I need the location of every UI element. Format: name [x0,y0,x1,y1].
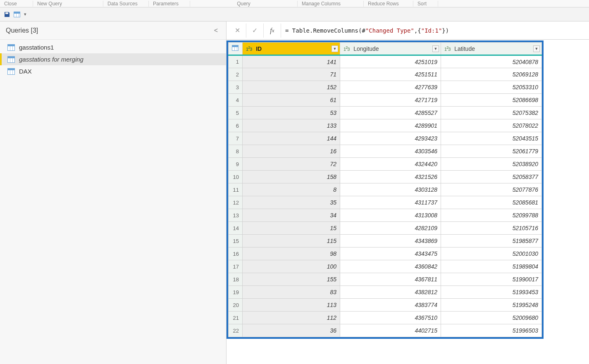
cell-longitude[interactable]: 4313008 [340,209,441,222]
cell-longitude[interactable]: 4293423 [340,132,441,145]
table-row[interactable]: 21112436751052009680 [229,312,542,324]
cell-longitude[interactable]: 4402715 [340,324,441,337]
row-number[interactable]: 1 [229,55,243,68]
cell-latitude[interactable]: 52086698 [441,94,542,107]
table-row[interactable]: 1235431173752085681 [229,196,542,209]
cell-latitude[interactable]: 52077876 [441,183,542,196]
cell-latitude[interactable]: 52075382 [441,107,542,119]
cell-longitude[interactable]: 4289901 [340,119,441,132]
row-number[interactable]: 19 [229,286,243,299]
query-item[interactable]: gasstations for merging [0,53,226,65]
row-number[interactable]: 10 [229,171,243,183]
cell-id[interactable]: 152 [243,81,340,94]
cell-latitude[interactable]: 51993453 [441,286,542,299]
row-number[interactable]: 17 [229,260,243,273]
row-number[interactable]: 2 [229,68,243,81]
cell-id[interactable]: 144 [243,132,340,145]
cell-id[interactable]: 71 [243,68,340,81]
column-filter-icon[interactable]: ▼ [331,45,338,52]
cell-longitude[interactable]: 4303546 [340,145,441,158]
row-number[interactable]: 20 [229,299,243,312]
table-row[interactable]: 10158432152652058377 [229,171,542,183]
cell-id[interactable]: 36 [243,324,340,337]
table-row[interactable]: 17100436084251989804 [229,260,542,273]
cell-id[interactable]: 98 [243,247,340,260]
cell-latitude[interactable]: 52009680 [441,312,542,324]
row-number[interactable]: 18 [229,273,243,286]
table-row[interactable]: 1334431300852099788 [229,209,542,222]
data-grid[interactable]: 123 ID▼123 Longitude▼123 Latitude▼ 11414… [228,42,542,337]
grid-icon[interactable] [13,11,21,18]
cell-longitude[interactable]: 4251019 [340,55,441,68]
table-row[interactable]: 18155436781151990017 [229,273,542,286]
row-number[interactable]: 7 [229,132,243,145]
row-number[interactable]: 9 [229,158,243,171]
table-row[interactable]: 553428552752075382 [229,107,542,119]
column-filter-icon[interactable]: ▼ [432,45,439,52]
cell-id[interactable]: 83 [243,286,340,299]
cell-id[interactable]: 15 [243,222,340,235]
cell-longitude[interactable]: 4251511 [340,68,441,81]
cell-latitude[interactable]: 51990017 [441,273,542,286]
column-header[interactable]: 123 ID▼ [243,43,340,55]
cell-id[interactable]: 158 [243,171,340,183]
cell-latitude[interactable]: 52085681 [441,196,542,209]
grid-corner[interactable] [229,43,243,55]
cell-latitude[interactable]: 52053310 [441,81,542,94]
cell-id[interactable]: 34 [243,209,340,222]
cell-longitude[interactable]: 4311737 [340,196,441,209]
table-row[interactable]: 1415428210952105716 [229,222,542,235]
commit-formula-icon[interactable]: ✓ [246,24,264,38]
row-number[interactable]: 8 [229,145,243,158]
cell-latitude[interactable]: 52105716 [441,222,542,235]
cell-id[interactable]: 72 [243,158,340,171]
row-number[interactable]: 4 [229,94,243,107]
row-number[interactable]: 11 [229,183,243,196]
table-row[interactable]: 15115434386951985877 [229,235,542,247]
row-number[interactable]: 15 [229,235,243,247]
cell-id[interactable]: 115 [243,235,340,247]
cell-id[interactable]: 35 [243,196,340,209]
cell-longitude[interactable]: 4343869 [340,235,441,247]
table-row[interactable]: 1698434347552001030 [229,247,542,260]
table-row[interactable]: 1141425101952040878 [229,55,542,68]
table-row[interactable]: 461427171952086698 [229,94,542,107]
cancel-formula-icon[interactable]: ✕ [229,24,246,38]
row-number[interactable]: 12 [229,196,243,209]
cell-longitude[interactable]: 4383774 [340,299,441,312]
table-row[interactable]: 3152427763952053310 [229,81,542,94]
collapse-pane-icon[interactable]: < [212,26,220,35]
row-number[interactable]: 22 [229,324,243,337]
cell-latitude[interactable]: 51995248 [441,299,542,312]
cell-latitude[interactable]: 51989804 [441,260,542,273]
cell-latitude[interactable]: 52001030 [441,247,542,260]
row-number[interactable]: 16 [229,247,243,260]
cell-latitude[interactable]: 51996503 [441,324,542,337]
fx-icon[interactable]: fx [264,24,281,38]
cell-latitude[interactable]: 52058377 [441,171,542,183]
column-filter-icon[interactable]: ▼ [533,45,540,52]
row-number[interactable]: 14 [229,222,243,235]
cell-id[interactable]: 155 [243,273,340,286]
cell-longitude[interactable]: 4271719 [340,94,441,107]
cell-longitude[interactable]: 4277639 [340,81,441,94]
cell-id[interactable]: 100 [243,260,340,273]
cell-id[interactable]: 112 [243,312,340,324]
qat-dropdown-icon[interactable]: ▾ [23,12,27,17]
cell-id[interactable]: 113 [243,299,340,312]
cell-latitude[interactable]: 52078022 [441,119,542,132]
table-row[interactable]: 2236440271551996503 [229,324,542,337]
row-number[interactable]: 3 [229,81,243,94]
table-row[interactable]: 972432442052038920 [229,158,542,171]
cell-longitude[interactable]: 4382812 [340,286,441,299]
table-row[interactable]: 1983438281251993453 [229,286,542,299]
cell-latitude[interactable]: 52061779 [441,145,542,158]
query-item[interactable]: DAX [0,65,226,77]
cell-longitude[interactable]: 4285527 [340,107,441,119]
table-row[interactable]: 118430312852077876 [229,183,542,196]
save-icon[interactable] [3,11,11,18]
cell-id[interactable]: 61 [243,94,340,107]
cell-longitude[interactable]: 4303128 [340,183,441,196]
cell-longitude[interactable]: 4321526 [340,171,441,183]
cell-longitude[interactable]: 4367811 [340,273,441,286]
